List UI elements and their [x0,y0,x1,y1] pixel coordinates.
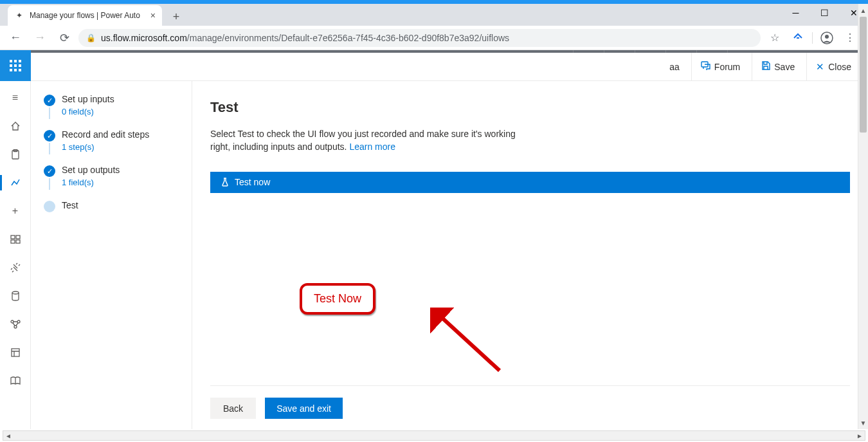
forum-button[interactable]: Forum [691,53,749,81]
rail-ai-icon[interactable] [0,310,31,338]
url-input[interactable]: 🔒 us.flow.microsoft.com/manage/environme… [78,29,761,47]
vertical-scrollbar[interactable]: ▲ ▼ [858,4,868,429]
browser-tab-strip: ✦ Manage your flows | Power Auto × + [0,4,868,26]
window-maximize-button[interactable]: ☐ [810,4,839,22]
rail-add-icon[interactable]: + [0,197,31,225]
wizard-step-inputs[interactable]: ✓ Set up inputs 0 field(s) [44,94,183,123]
close-button[interactable]: ✕ Close [806,53,860,81]
svg-rect-7 [16,235,20,239]
save-button[interactable]: Save [752,53,804,81]
learn-more-link[interactable]: Learn more [349,142,395,152]
separator [812,32,813,44]
svg-rect-9 [16,240,20,243]
svg-rect-14 [12,349,19,356]
rail-clipboard-icon[interactable] [0,140,31,169]
waffle-icon [10,60,21,71]
step-subtitle: 0 field(s) [62,107,114,116]
bookmark-star-icon[interactable]: ☆ [764,28,785,48]
check-icon: ✓ [44,130,55,142]
svg-point-10 [12,291,19,294]
svg-point-13 [14,326,17,328]
tab-close-icon[interactable]: × [150,10,156,21]
annotation-arrow-icon [430,308,507,378]
nav-rail: ≡ + [0,81,31,429]
rail-uiflows-icon[interactable] [0,169,31,197]
page-heading: Test [210,99,850,116]
text-size-button[interactable]: aa [660,53,689,81]
tab-favicon-icon: ✦ [14,10,24,21]
tab-title: Manage your flows | Power Auto [30,11,145,20]
flask-icon [221,178,230,187]
check-icon: ✓ [44,95,55,106]
wizard-steps: ✓ Set up inputs 0 field(s) ✓ Record and … [31,81,192,429]
command-bar: aa Forum Save ✕ Close [31,53,868,81]
test-now-button[interactable]: Test now [210,172,850,193]
page-description: Select Test to check the UI flow you jus… [210,127,519,154]
scroll-left-icon[interactable]: ◄ [3,431,14,440]
step-title: Record and edit steps [62,129,149,140]
save-icon [761,61,770,72]
profile-icon[interactable] [817,28,837,48]
wizard-step-outputs[interactable]: ✓ Set up outputs 1 field(s) [44,165,183,194]
nav-forward-button[interactable]: → [30,28,50,48]
close-icon: ✕ [816,61,824,73]
current-step-icon [44,201,55,212]
back-button[interactable]: Back [210,398,256,419]
main-content: aa Forum Save ✕ Close [192,81,868,429]
app-launcher-button[interactable] [0,50,31,81]
rail-templates-icon[interactable] [0,225,31,253]
horizontal-scrollbar[interactable]: ◄ ► [3,430,865,441]
rail-connectors-icon[interactable] [0,253,31,282]
rail-learn-icon[interactable] [0,367,31,395]
svg-rect-8 [11,240,15,243]
window-minimize-button[interactable]: ─ [781,4,810,22]
wizard-step-record[interactable]: ✓ Record and edit steps 1 step(s) [44,129,183,158]
browser-address-bar: ← → ⟳ 🔒 us.flow.microsoft.com/manage/env… [0,26,868,50]
scroll-right-icon[interactable]: ► [854,431,865,440]
step-subtitle: 1 step(s) [62,142,149,152]
nav-reload-button[interactable]: ⟳ [54,28,75,48]
chat-icon [701,61,710,72]
browser-tab[interactable]: ✦ Manage your flows | Power Auto × [8,5,162,26]
step-title: Set up inputs [62,94,114,104]
step-subtitle: 1 field(s) [62,178,120,187]
step-title: Test [62,200,78,210]
new-tab-button[interactable]: + [167,8,185,26]
wizard-step-test[interactable]: Test [44,200,183,212]
lock-icon: 🔒 [86,33,96,42]
wizard-footer: Back Save and exit [210,385,850,419]
extension-icon[interactable] [788,28,808,48]
rail-solutions-icon[interactable] [0,338,31,367]
check-icon: ✓ [44,165,55,177]
scroll-down-icon[interactable]: ▼ [858,418,868,428]
svg-point-11 [11,320,14,323]
svg-point-12 [17,320,20,323]
scroll-thumb[interactable] [860,17,867,133]
svg-rect-6 [11,235,15,239]
step-title: Set up outputs [62,165,120,175]
window-controls: ─ ☐ ✕ [781,4,868,22]
scroll-track[interactable] [14,431,854,440]
rail-hamburger-icon[interactable]: ≡ [0,84,31,112]
nav-back-button[interactable]: ← [5,28,26,48]
save-and-exit-button[interactable]: Save and exit [265,398,343,419]
rail-data-icon[interactable] [0,282,31,310]
svg-point-1 [825,35,829,39]
annotation-label: Test Now [300,283,375,315]
url-text: us.flow.microsoft.com/manage/environment… [101,33,509,43]
rail-home-icon[interactable] [0,112,31,140]
scroll-up-icon[interactable]: ▲ [858,5,868,15]
svg-line-16 [438,314,500,371]
